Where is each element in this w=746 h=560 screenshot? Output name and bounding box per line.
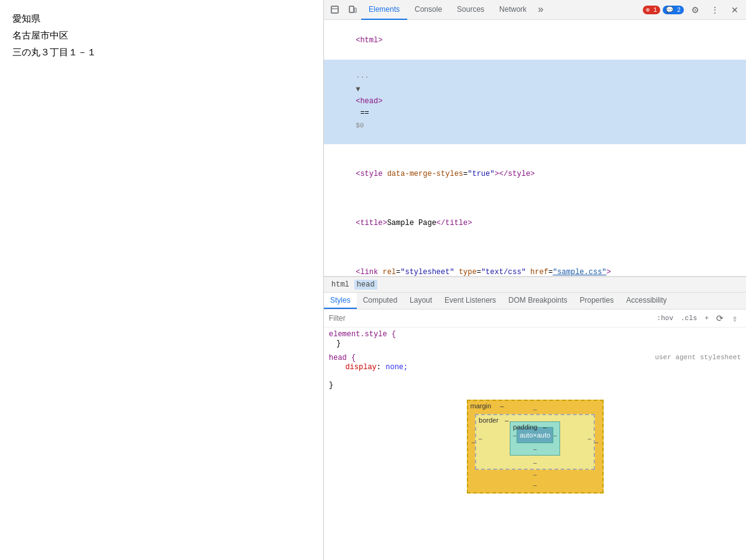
breadcrumb-html[interactable]: html <box>329 280 352 290</box>
svg-rect-0 <box>331 6 338 13</box>
border-inner-row: – padding – – auto×auto – <box>479 421 591 456</box>
html-line-title[interactable]: <title>Sample Page</title> <box>324 193 746 242</box>
css-selector-head: head { <box>329 354 356 362</box>
styles-panel: Styles Computed Layout Event Listeners D… <box>324 293 746 560</box>
padding-label: padding <box>513 423 537 431</box>
padding-right-val: – <box>553 432 557 439</box>
device-icon-button[interactable] <box>344 1 361 19</box>
elements-panel[interactable]: <html> ··· ▼ <head> == $0 <style data-me… <box>324 20 746 277</box>
breadcrumb-head[interactable]: head <box>354 280 377 290</box>
hov-button[interactable]: :hov <box>655 314 676 323</box>
html-line-html[interactable]: <html> <box>324 22 746 60</box>
add-rule-button[interactable]: + <box>702 314 711 323</box>
cls-button[interactable]: .cls <box>678 314 699 323</box>
css-selector-element-style: element.style { <box>329 330 396 339</box>
address-line-3: 三の丸３丁目１－１ <box>12 44 311 60</box>
filter-bar: :hov .cls + ⟳ ⇧ <box>324 310 746 328</box>
message-badge: 💬 2 <box>663 6 684 14</box>
devtools-panel: Elements Console Sources Network » ⊗ 1 💬… <box>323 0 746 560</box>
margin-dash-top: – <box>500 402 504 410</box>
breadcrumb: html head <box>324 277 746 293</box>
css-close-brace: } <box>329 339 741 349</box>
tab-styles[interactable]: Styles <box>324 293 357 309</box>
tab-elements[interactable]: Elements <box>361 0 407 20</box>
outer-bottom-val: – <box>472 482 599 489</box>
box-model-border-row: – border – – padding – <box>472 414 599 470</box>
inspect-icon-button[interactable] <box>326 1 344 19</box>
scroll-button[interactable]: ⇧ <box>729 312 741 324</box>
css-prop-name-display: display <box>345 363 376 372</box>
more-options-button[interactable]: ⋮ <box>706 1 724 19</box>
tab-computed[interactable]: Computed <box>357 293 403 309</box>
border-dash: – <box>505 416 509 424</box>
border-right-val: – <box>587 435 591 442</box>
devtools-tabs: Elements Console Sources Network » <box>361 0 643 20</box>
address-line-2: 名古屋市中区 <box>12 27 311 44</box>
box-model-margin: margin – – – border – – <box>467 400 604 493</box>
filter-buttons: :hov .cls + ⟳ ⇧ <box>655 312 741 324</box>
svg-rect-3 <box>354 8 356 12</box>
tab-event-listeners[interactable]: Event Listeners <box>438 293 502 309</box>
border-bottom-val: – <box>479 459 591 466</box>
html-line-link[interactable]: <link rel="stylesheet" type="text/css" h… <box>324 242 746 277</box>
padding-dash: – <box>543 423 546 431</box>
margin-right-val: – <box>595 439 599 446</box>
box-model-padding: padding – – auto×auto – – <box>510 421 560 456</box>
padding-bottom-val: – <box>513 446 556 452</box>
toolbar-right: ⊗ 1 💬 2 ⚙ ⋮ ✕ <box>643 1 744 19</box>
tab-accessibility[interactable]: Accessibility <box>620 293 673 309</box>
more-tabs-button[interactable]: » <box>534 0 548 20</box>
tab-properties[interactable]: Properties <box>574 293 620 309</box>
styles-tabs: Styles Computed Layout Event Listeners D… <box>324 293 746 310</box>
css-source-ua: user agent stylesheet <box>655 354 741 361</box>
tree-arrow-head[interactable]: ▼ <box>356 84 363 96</box>
error-badge: ⊗ 1 <box>643 6 660 14</box>
border-label: border <box>479 416 499 424</box>
css-rule-element-style: element.style { } <box>329 330 741 349</box>
settings-button[interactable]: ⚙ <box>686 1 704 19</box>
css-rule-head: head { user agent stylesheet display: no… <box>329 354 741 390</box>
margin-bottom-val: – <box>472 470 599 479</box>
tab-dom-breakpoints[interactable]: DOM Breakpoints <box>502 293 574 309</box>
css-close-brace-head: } <box>329 381 333 390</box>
svg-rect-2 <box>349 6 354 12</box>
tab-sources[interactable]: Sources <box>449 0 492 20</box>
devtools-toolbar: Elements Console Sources Network » ⊗ 1 💬… <box>324 0 746 20</box>
box-model: margin – – – border – – <box>329 395 741 496</box>
css-prop-val-none: none; <box>385 363 408 372</box>
tab-console[interactable]: Console <box>407 0 449 20</box>
close-button[interactable]: ✕ <box>726 1 744 19</box>
refresh-button[interactable]: ⟳ <box>714 312 726 324</box>
margin-label: margin <box>471 402 492 410</box>
error-icon: ⊗ <box>646 7 650 14</box>
address-line-1: 愛知県 <box>12 10 311 27</box>
css-prop-display: display: none; <box>329 362 741 372</box>
comment-icon: 💬 <box>666 7 673 14</box>
css-rules: element.style { } head { user agent styl… <box>324 328 746 560</box>
box-model-border: border – – padding – – <box>475 414 595 470</box>
html-line-head-selected[interactable]: ··· ▼ <head> == $0 <box>324 60 746 144</box>
tab-layout[interactable]: Layout <box>403 293 438 309</box>
page-content: 愛知県 名古屋市中区 三の丸３丁目１－１ <box>0 0 323 560</box>
border-left-val: – <box>479 435 482 442</box>
tab-network[interactable]: Network <box>492 0 534 20</box>
filter-input[interactable] <box>329 314 655 323</box>
html-line-style-merge[interactable]: <style data-merge-styles="true"></style> <box>324 144 746 193</box>
